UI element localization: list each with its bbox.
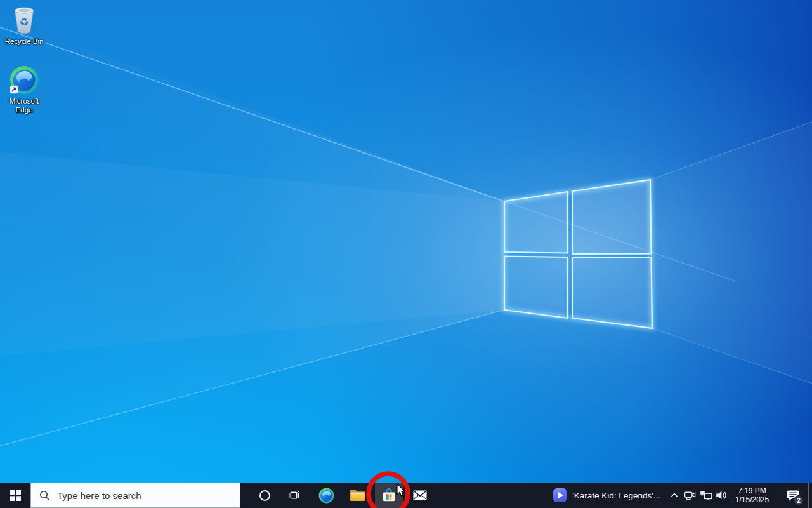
task-view-button[interactable] [280, 483, 308, 508]
mail-button[interactable] [406, 483, 434, 508]
news-ticker-text: 'Karate Kid: Legends'... [572, 491, 660, 500]
network-button[interactable] [698, 483, 714, 508]
store-bag-icon [381, 487, 397, 504]
news-video-play-icon [553, 488, 567, 502]
show-desktop-button[interactable] [808, 483, 812, 508]
search-icon [39, 490, 50, 501]
task-view-icon [288, 490, 299, 501]
meet-now-button[interactable] [682, 483, 698, 508]
speaker-volume-icon [716, 490, 728, 500]
cortana-button[interactable] [251, 483, 278, 508]
mail-envelope-icon [412, 490, 428, 501]
microsoft-store-button[interactable] [375, 483, 403, 508]
news-widget-button[interactable]: 'Karate Kid: Legends'... [549, 483, 666, 508]
wallpaper-graphic [0, 0, 812, 508]
taskbar-search[interactable] [30, 483, 240, 508]
ethernet-monitor-icon [700, 490, 712, 500]
taskbar: 'Karate Kid: Legends'... [0, 483, 812, 508]
windows-desktop: ♻ Recycle Bin [0, 0, 812, 508]
edge-taskbar-button[interactable] [312, 483, 340, 508]
file-explorer-folder-icon [350, 488, 366, 502]
notification-badge: 2 [794, 495, 804, 505]
microsoft-edge-icon [318, 487, 335, 504]
microsoft-edge-icon [8, 65, 40, 95]
system-tray: 'Karate Kid: Legends'... [549, 483, 812, 508]
file-explorer-button[interactable] [344, 483, 372, 508]
cortana-ring-icon [259, 490, 270, 501]
chevron-up-icon [671, 493, 678, 498]
action-center-button[interactable]: 2 [778, 483, 808, 508]
svg-text:♻: ♻ [19, 16, 29, 29]
show-hidden-icons-button[interactable] [666, 483, 682, 508]
desktop-wallpaper[interactable] [0, 0, 812, 508]
search-input[interactable] [57, 490, 240, 501]
desktop-icon-microsoft-edge[interactable]: Microsoft Edge [0, 65, 48, 114]
desktop-icon-recycle-bin[interactable]: ♻ Recycle Bin [0, 5, 48, 46]
recycle-bin-icon: ♻ [10, 5, 38, 36]
clock-date: 1/15/2025 [735, 495, 769, 504]
clock-time: 7:19 PM [738, 486, 766, 495]
desktop-icon-label: Recycle Bin [5, 37, 44, 46]
video-camera-icon [684, 490, 697, 501]
volume-button[interactable] [714, 483, 730, 508]
start-button[interactable] [0, 483, 30, 508]
desktop-icon-label: Microsoft Edge [3, 97, 45, 114]
windows-start-icon [10, 490, 21, 501]
shortcut-arrow-badge [10, 86, 18, 93]
clock-button[interactable]: 7:19 PM 1/15/2025 [730, 483, 778, 508]
